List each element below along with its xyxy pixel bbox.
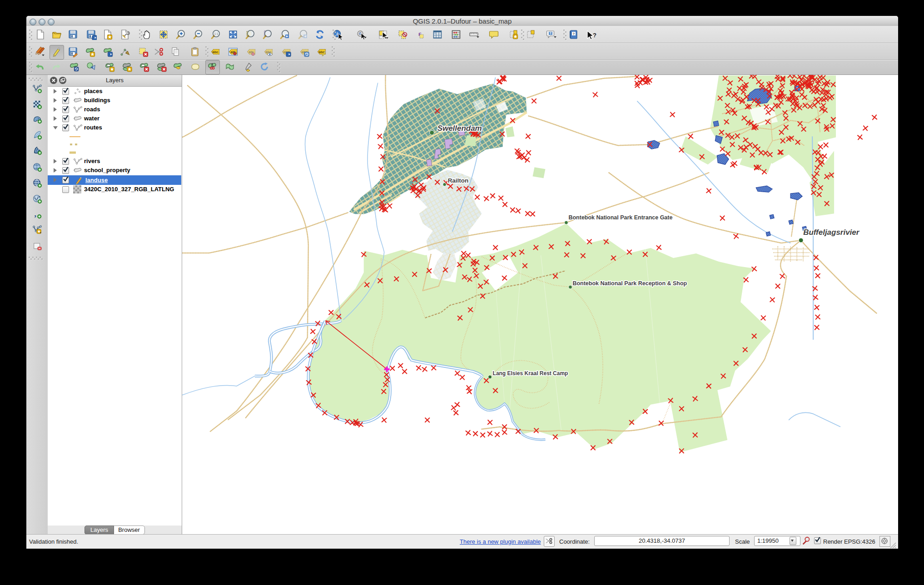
svg-text:Bontebok National Park Recepti: Bontebok National Park Reception & Shop: [572, 280, 687, 287]
svg-text:?: ?: [573, 32, 575, 35]
svg-text:Railton: Railton: [448, 177, 469, 184]
svg-text:,: ,: [35, 209, 37, 218]
svg-text:abc: abc: [213, 50, 219, 54]
svg-text:?: ?: [593, 32, 596, 39]
svg-text:Buffeljagsrivier: Buffeljagsrivier: [803, 228, 860, 237]
svg-text:Swellendam: Swellendam: [437, 124, 482, 133]
svg-text:Lang Elsies Kraal Rest Camp: Lang Elsies Kraal Rest Camp: [493, 370, 568, 377]
svg-text:Bontebok National Park Entranc: Bontebok National Park Entrance Gate: [568, 214, 672, 221]
svg-text:1:1: 1:1: [214, 32, 218, 35]
svg-text:T: T: [550, 32, 551, 35]
